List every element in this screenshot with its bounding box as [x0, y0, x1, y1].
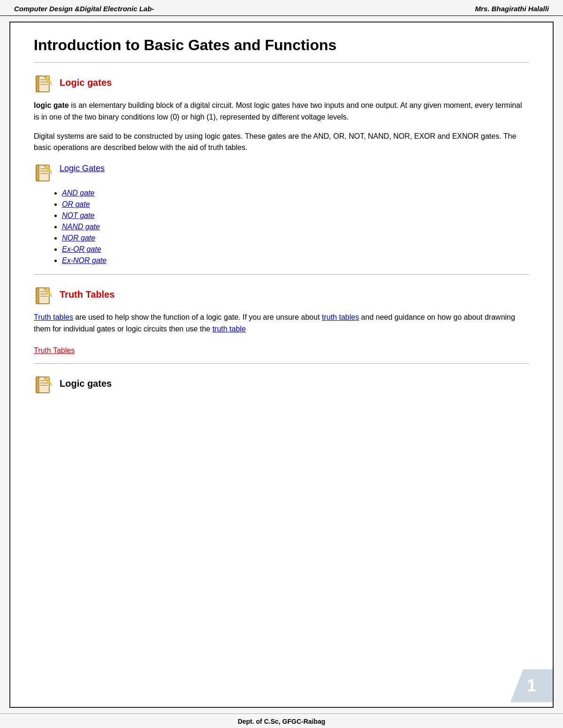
divider-3	[34, 363, 529, 364]
list-item: Ex-OR gate	[62, 245, 529, 254]
footer-text: Dept. of C.Sc, GFGC-Raibag	[238, 718, 326, 725]
list-item: NOT gate	[62, 211, 529, 220]
section3-para-rest1: are used to help show the function of a …	[73, 313, 322, 321]
section3-para: Truth tables are used to help show the f…	[34, 312, 529, 335]
section3-heading: Truth Tables	[60, 289, 114, 300]
exnor-gate-link[interactable]: Ex-NOR gate	[62, 256, 107, 264]
list-item: NOR gate	[62, 234, 529, 242]
section1-heading-row: Logic gates	[34, 72, 529, 93]
list-item: Ex-NOR gate	[62, 256, 529, 265]
logic-gate-bold: logic gate	[34, 101, 69, 109]
truth-tables-link-inline2[interactable]: truth tables	[322, 313, 359, 321]
section1-para2: Digital systems are said to be construct…	[34, 131, 529, 154]
section3-heading-row: Truth Tables	[34, 284, 529, 305]
svg-rect-28	[36, 377, 39, 393]
svg-rect-19	[36, 288, 39, 304]
notebook-icon-4	[34, 373, 55, 394]
truth-table-link-inline3[interactable]: truth table	[213, 325, 246, 333]
page-header: Computer Design &Digital Electronic Lab-…	[0, 0, 563, 16]
section1-heading: Logic gates	[60, 77, 112, 88]
not-gate-link[interactable]: NOT gate	[62, 211, 94, 219]
notebook-icon-1	[34, 72, 55, 93]
section4-heading-row: Logic gates	[34, 373, 529, 394]
svg-rect-1	[36, 76, 39, 92]
section1-para1: logic gate is an elementary building blo…	[34, 100, 529, 123]
page-footer: Dept. of C.Sc, GFGC-Raibag	[0, 713, 563, 728]
page-title: Introduction to Basic Gates and Function…	[34, 37, 529, 54]
notebook-icon-2	[34, 161, 55, 182]
header-left: Computer Design &Digital Electronic Lab-	[14, 5, 154, 13]
truth-tables-link-inline1[interactable]: Truth tables	[34, 313, 73, 321]
svg-rect-10	[36, 165, 39, 181]
truth-tables-bottom-link[interactable]: Truth Tables	[34, 346, 75, 355]
section2-heading[interactable]: Logic Gates	[60, 164, 105, 173]
notebook-icon-3	[34, 284, 55, 305]
list-item: OR gate	[62, 200, 529, 209]
or-gate-link[interactable]: OR gate	[62, 200, 90, 208]
divider-2	[34, 274, 529, 275]
gate-links-list: AND gate OR gate NOT gate NAND gate NOR …	[34, 189, 529, 265]
main-content: Introduction to Basic Gates and Function…	[9, 22, 554, 708]
section2-heading-row: Logic Gates	[34, 161, 529, 182]
page-number: 1	[527, 676, 536, 696]
list-item: AND gate	[62, 189, 529, 197]
divider-1	[34, 62, 529, 63]
header-right: Mrs. Bhagirathi Halalli	[475, 5, 549, 13]
nor-gate-link[interactable]: NOR gate	[62, 234, 95, 242]
section4-heading: Logic gates	[60, 378, 112, 389]
page-number-area: 1	[510, 669, 553, 702]
nand-gate-link[interactable]: NAND gate	[62, 223, 100, 231]
exor-gate-link[interactable]: Ex-OR gate	[62, 245, 101, 253]
and-gate-link[interactable]: AND gate	[62, 189, 94, 197]
section1-para1-rest: is an elementary building block of a dig…	[34, 101, 522, 121]
list-item: NAND gate	[62, 223, 529, 231]
